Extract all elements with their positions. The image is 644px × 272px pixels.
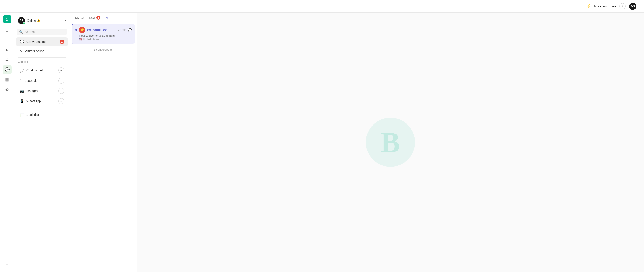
whatsapp-label: WhatsApp [26,99,56,103]
nav-phone[interactable]: ✆ [3,85,12,94]
conversations-badge: 1 [60,39,64,44]
dashboard-icon: ▦ [5,77,9,82]
conversation-location: 🇺🇸 United States [79,38,132,41]
statistics-icon: 📊 [20,113,24,117]
tab-all-label: All [106,16,109,19]
left-sidebar: AS Online ⚠️ ▾ 🔍 Search 💬 Conversations … [14,12,70,272]
add-chat-widget-button[interactable]: + [58,67,64,73]
chat-widget-icon: 💬 [20,68,24,73]
icon-nav: B ⌂ ○ ➤ ⇄ 💬 ▦ ✆ [0,12,14,272]
instagram-icon: 📷 [20,89,24,93]
automations-icon: ⇄ [5,57,9,62]
instagram-label: Instagram [26,89,56,93]
nav-automations[interactable]: ⇄ [3,55,12,64]
visitors-icon: ↖ [20,49,22,53]
nav-conversations[interactable]: 💬 [3,65,12,74]
brand-logo: B [3,15,11,23]
nav-contacts[interactable]: ○ [3,36,12,45]
nav-bottom: + [3,261,12,269]
add-whatsapp-button[interactable]: + [58,98,64,104]
nav-send[interactable]: ➤ [3,45,12,54]
user-menu[interactable]: AS ▾ [629,3,639,10]
sidebar-avatar: AS [18,17,25,24]
nav-home[interactable]: ⌂ [3,26,12,35]
search-box[interactable]: 🔍 Search [17,28,67,35]
sidebar-item-statistics[interactable]: 📊 Statistics [16,110,68,119]
status-bar: AS Online ⚠️ ▾ [14,15,70,26]
watermark-letter: B [381,128,400,157]
statistics-label: Statistics [26,113,64,117]
online-indicator [23,22,25,24]
conversation-status-dot [75,29,77,31]
connect-whatsapp[interactable]: 📱 WhatsApp + [16,96,68,106]
brand-letter: B [6,17,8,22]
contacts-icon: ○ [6,38,8,43]
conversation-name: Welcome Bot [87,28,116,32]
brand-watermark: B [366,118,415,167]
usage-label: Usage and plan [592,4,616,8]
facebook-icon: f [20,79,20,83]
whatsapp-icon: 📱 [20,99,24,103]
conversations-panel: My (1) New 1 All ⭐ Welcome Bot 38 min [70,12,137,272]
warning-icon: ⚠️ [37,19,40,22]
message-icon: 💬 [128,28,132,32]
main-content-area: B [137,12,644,272]
tab-my[interactable]: My (1) [72,12,86,23]
tab-my-label: My [75,16,80,19]
tab-all[interactable]: All [103,12,112,23]
main-layout: B ⌂ ○ ➤ ⇄ 💬 ▦ ✆ [0,12,644,272]
add-instagram-button[interactable]: + [58,88,64,94]
conversation-header: ⭐ Welcome Bot 38 min 💬 [75,27,132,33]
sidebar-item-visitors[interactable]: ↖ Visitors online [16,47,68,55]
plus-icon: + [6,263,8,268]
connect-section-label: Connect [14,59,70,64]
visitors-label: Visitors online [25,49,64,53]
help-button[interactable]: ? [620,3,626,9]
bot-avatar: ⭐ [79,27,85,33]
tab-my-count: (1) [80,16,84,19]
conversation-count: 1 conversation [70,44,137,55]
tab-new-label: New [89,16,95,19]
connect-instagram[interactable]: 📷 Instagram + [16,86,68,96]
status-chevron-icon[interactable]: ▾ [64,19,66,22]
sidebar-divider-1 [18,57,66,58]
search-icon: 🔍 [19,30,23,34]
tab-new[interactable]: New 1 [86,12,103,23]
conversation-list: ⭐ Welcome Bot 38 min 💬 Hey! Welcome to S… [70,23,137,272]
conversation-time: 38 min [118,28,126,31]
conversation-tabs: My (1) New 1 All [70,12,137,23]
nav-add-button[interactable]: + [3,261,12,269]
tab-new-badge: 1 [96,16,100,20]
user-avatar: AS [629,3,636,10]
chat-widget-label: Chat widget [26,68,56,72]
facebook-label: Facebook [23,79,56,82]
search-placeholder: Search [25,30,35,34]
icon-nav-top: B ⌂ ○ ➤ ⇄ 💬 ▦ ✆ [3,15,12,260]
phone-icon: ✆ [5,87,9,92]
connect-facebook[interactable]: f Facebook + [16,76,68,85]
conversation-item[interactable]: ⭐ Welcome Bot 38 min 💬 Hey! Welcome to S… [72,24,135,43]
add-facebook-button[interactable]: + [58,78,64,83]
conversations-sidebar-icon: 💬 [20,40,24,44]
connect-chat-widget[interactable]: 💬 Chat widget + [16,65,68,75]
send-icon: ➤ [5,47,9,52]
conversations-label: Conversations [26,40,58,43]
conversation-preview: Hey! Welcome to Sendinblu... [79,34,132,37]
status-label: Online ⚠️ [27,19,40,22]
sidebar-divider-2 [18,108,66,108]
usage-and-plan-button[interactable]: ⚡ Usage and plan [586,4,616,8]
chevron-down-icon: ▾ [637,5,639,8]
sidebar-item-conversations[interactable]: 💬 Conversations 1 [16,37,68,46]
conversations-nav-icon: 💬 [5,67,10,72]
home-icon: ⌂ [6,28,8,33]
usage-icon: ⚡ [586,4,591,8]
nav-dashboard[interactable]: ▦ [3,75,12,84]
bot-avatar-icon: ⭐ [80,28,84,32]
header: ⚡ Usage and plan ? AS ▾ [0,0,644,12]
